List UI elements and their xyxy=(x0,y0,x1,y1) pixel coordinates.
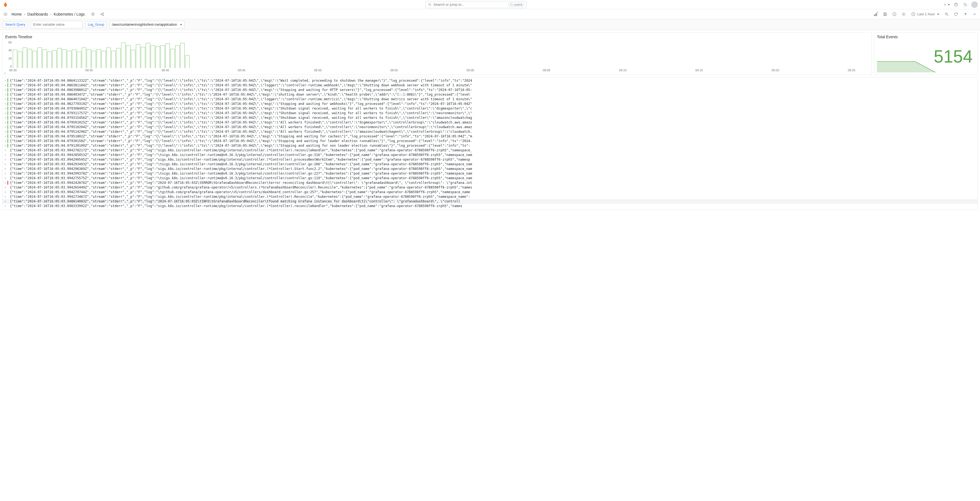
expand-caret-icon[interactable]: › xyxy=(3,116,7,120)
expand-caret-icon[interactable]: › xyxy=(3,97,7,101)
panel-total-events[interactable]: Total Events 5154 xyxy=(874,32,978,75)
breadcrumb-dashboards[interactable]: Dashboards xyxy=(27,12,48,16)
expand-caret-icon[interactable]: › xyxy=(3,130,7,134)
log-row[interactable]: ›{"time":"2024-07-16T16:05:04.086381184Z… xyxy=(2,83,978,88)
panel-logs[interactable]: ›{"time":"2024-07-16T16:05:04.086411332Z… xyxy=(2,77,978,210)
star-button[interactable] xyxy=(90,11,96,17)
var-select-log-group[interactable]: /aws/containerinsights/test-cw/applicati… xyxy=(110,21,184,29)
log-row[interactable]: ›{"time":"2024-07-16T16:05:03.994275575Z… xyxy=(2,176,978,181)
expand-caret-icon[interactable]: › xyxy=(3,143,7,148)
expand-caret-icon[interactable]: › xyxy=(3,190,7,195)
expand-caret-icon[interactable]: › xyxy=(3,88,7,92)
expand-caret-icon[interactable]: › xyxy=(3,111,7,116)
x-tick: 09:05 xyxy=(543,68,550,72)
svg-line-28 xyxy=(947,15,948,16)
log-level-indicator xyxy=(7,130,8,133)
user-avatar[interactable] xyxy=(971,2,978,8)
expand-caret-icon[interactable]: › xyxy=(3,78,7,83)
log-row[interactable]: ›{"time":"2024-07-16T16:05:03.994273467Z… xyxy=(2,195,978,199)
log-row[interactable]: ›{"time":"2024-07-16T16:05:04.079514296Z… xyxy=(2,130,978,134)
log-level-indicator xyxy=(7,97,8,101)
log-row[interactable]: ›{"time":"2024-07-16T16:05:04.079311757Z… xyxy=(2,111,978,116)
expand-caret-icon[interactable]: › xyxy=(3,195,7,199)
expand-caret-icon[interactable]: › xyxy=(3,181,7,185)
expand-caret-icon[interactable]: › xyxy=(3,162,7,166)
timeline-bar xyxy=(107,48,111,68)
dashboard-insights-button[interactable] xyxy=(891,11,898,17)
refresh-interval-menu[interactable] xyxy=(962,11,969,17)
log-row[interactable]: ›{"time":"2024-07-16T16:05:03.994278217Z… xyxy=(2,148,978,153)
log-row[interactable]: ›{"time":"2024-07-16T16:05:04.082779319Z… xyxy=(2,101,978,106)
timeline-bar xyxy=(111,51,116,68)
log-row[interactable]: ›{"time":"2024-07-16T16:05:03.994293493Z… xyxy=(2,162,978,166)
breadcrumb-home[interactable]: Home xyxy=(11,12,22,16)
expand-caret-icon[interactable]: › xyxy=(3,171,7,176)
log-row[interactable]: ›{"time":"2024-07-16T16:05:04.086407104Z… xyxy=(2,97,978,101)
timeline-bar xyxy=(77,52,81,68)
expand-caret-icon[interactable]: › xyxy=(3,101,7,106)
toggle-menu-button[interactable] xyxy=(2,11,9,17)
grafana-logo-icon[interactable] xyxy=(2,2,9,8)
log-row[interactable]: ›{"time":"2024-07-16T16:05:03.994296369Z… xyxy=(2,166,978,171)
time-range-label: Last 1 hour xyxy=(917,12,935,16)
expand-caret-icon[interactable]: › xyxy=(3,166,7,171)
log-row[interactable]: ›{"time":"2024-07-16T16:05:04.07951802Z"… xyxy=(2,134,978,139)
settings-button[interactable] xyxy=(900,11,907,17)
log-message: {"time":"2024-07-16T16:05:03.994270744Z"… xyxy=(10,190,470,195)
time-range-picker[interactable]: Last 1 hour xyxy=(910,11,940,17)
share-button[interactable] xyxy=(99,11,105,17)
log-row[interactable]: ›{"time":"2024-07-16T16:05:04.086398801Z… xyxy=(2,88,978,92)
log-row[interactable]: ›{"time":"2024-07-16T16:05:04.08640347Z"… xyxy=(2,92,978,97)
expand-caret-icon[interactable]: › xyxy=(3,148,7,153)
expand-caret-icon[interactable]: › xyxy=(3,204,7,208)
expand-caret-icon[interactable]: › xyxy=(3,120,7,125)
expand-caret-icon[interactable]: › xyxy=(3,185,7,190)
add-menu[interactable] xyxy=(943,2,950,8)
news-button[interactable] xyxy=(962,2,969,8)
save-button[interactable] xyxy=(882,11,888,17)
log-row[interactable]: ›{"time":"2024-07-16T16:05:03.994270744Z… xyxy=(2,190,978,195)
log-row[interactable]: ›{"time":"2024-07-16T16:05:03.994265449Z… xyxy=(2,185,978,190)
panel-events-timeline[interactable]: Events Timeline 6040200 08:3008:3508:400… xyxy=(2,32,872,75)
log-row[interactable]: ›{"time":"2024-07-16T16:05:03.948814083Z… xyxy=(2,199,978,204)
log-row[interactable]: ›{"time":"2024-07-16T16:05:04.086411332Z… xyxy=(2,78,978,83)
help-button[interactable] xyxy=(953,2,959,8)
log-level-indicator xyxy=(7,204,8,208)
global-search[interactable]: cmd+k xyxy=(425,1,527,8)
expand-caret-icon[interactable]: › xyxy=(3,199,7,204)
expand-caret-icon[interactable]: › xyxy=(3,176,7,181)
log-row[interactable]: ›{"time":"2024-07-16T16:05:03.994290545Z… xyxy=(2,157,978,162)
svg-rect-19 xyxy=(884,13,886,13)
expand-caret-icon[interactable]: › xyxy=(3,134,7,139)
log-message: {"time":"2024-07-16T16:05:03.994242876Z"… xyxy=(10,181,472,185)
add-panel-button[interactable] xyxy=(873,11,879,17)
kiosk-button[interactable] xyxy=(971,11,978,17)
expand-caret-icon[interactable]: › xyxy=(3,157,7,162)
expand-caret-icon[interactable]: › xyxy=(3,139,7,143)
log-row[interactable]: ›{"time":"2024-07-16T16:05:04.079130109Z… xyxy=(2,143,978,148)
log-row[interactable]: ›{"time":"2024-07-16T16:05:04.079308405Z… xyxy=(2,106,978,111)
expand-caret-icon[interactable]: › xyxy=(3,92,7,97)
log-row[interactable]: ›{"time":"2024-07-16T16:05:04.079315456Z… xyxy=(2,116,978,120)
var-input-search-query[interactable] xyxy=(30,21,83,29)
log-row[interactable]: ›{"time":"2024-07-16T16:05:03.898333992Z… xyxy=(2,204,978,208)
drag-handle-icon[interactable]: ⠿ xyxy=(4,72,6,75)
expand-caret-icon[interactable]: › xyxy=(3,153,7,157)
log-row[interactable]: ›{"time":"2024-07-16T16:05:04.079510204Z… xyxy=(2,125,978,130)
log-row[interactable]: ›{"time":"2024-07-16T16:05:03.994285053Z… xyxy=(2,153,978,157)
log-row[interactable]: ›{"time":"2024-07-16T16:05:03.994242876Z… xyxy=(2,181,978,185)
x-tick: 08:35 xyxy=(85,68,93,72)
sparkline-icon xyxy=(877,59,936,72)
log-row[interactable]: ›{"time":"2024-07-16T16:05:03.994299378Z… xyxy=(2,171,978,176)
global-search-input[interactable] xyxy=(433,2,507,6)
log-message: {"time":"2024-07-16T16:05:04.079514296Z"… xyxy=(10,130,472,134)
timeline-bar xyxy=(121,43,126,68)
expand-caret-icon[interactable]: › xyxy=(3,125,7,130)
expand-caret-icon[interactable]: › xyxy=(3,83,7,88)
expand-caret-icon[interactable]: › xyxy=(3,106,7,111)
log-row[interactable]: ›{"time":"2024-07-16T16:05:04.079501025Z… xyxy=(2,120,978,125)
app-topbar: cmd+k xyxy=(0,0,980,9)
zoom-out-button[interactable] xyxy=(943,11,950,17)
refresh-button[interactable] xyxy=(953,11,959,17)
log-row[interactable]: ›{"time":"2024-07-16T16:05:04.07930158Z"… xyxy=(2,139,978,143)
